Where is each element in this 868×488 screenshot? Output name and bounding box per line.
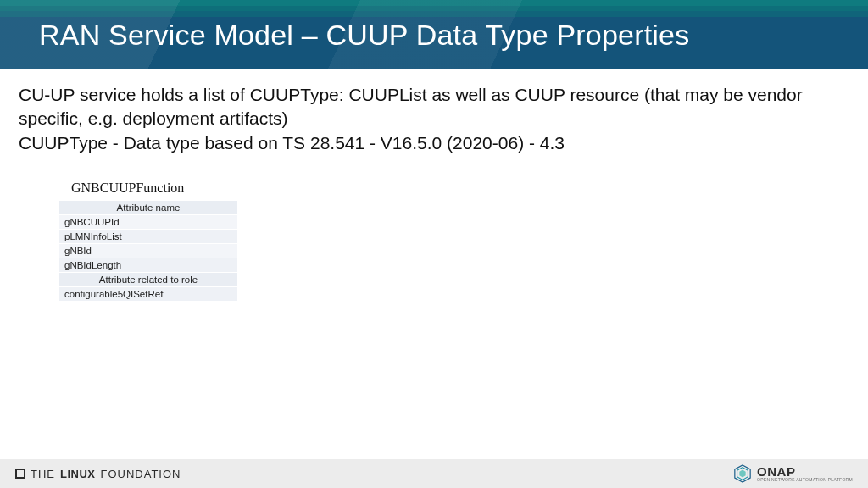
slide-header: RAN Service Model – CUUP Data Type Prope…: [0, 0, 868, 69]
table-header-attribute-name: Attribute name: [59, 201, 237, 215]
onap-text: ONAP OPEN NETWORK AUTOMATION PLATFORM: [757, 465, 853, 482]
attribute-table-container: GNBCUUPFunction Attribute name gNBCUUPId…: [59, 180, 248, 302]
onap-title: ONAP: [757, 465, 853, 478]
hexagon-icon: [733, 464, 752, 483]
table-row: gNBCUUPId: [59, 215, 237, 230]
body-paragraph-2: CUUPType - Data type based on TS 28.541 …: [19, 131, 849, 155]
lf-the: THE: [31, 468, 55, 480]
table-row: gNBId: [59, 244, 237, 258]
slide-title: RAN Service Model – CUUP Data Type Prope…: [39, 19, 689, 52]
slide-footer: THE LINUX FOUNDATION ONAP OPEN NETWORK A…: [0, 459, 868, 488]
table-row: gNBIdLength: [59, 258, 237, 273]
table-title: GNBCUUPFunction: [59, 180, 248, 196]
body-paragraph-1: CU-UP service holds a list of CUUPType: …: [19, 83, 849, 131]
onap-subtitle: OPEN NETWORK AUTOMATION PLATFORM: [757, 478, 853, 482]
lf-linux: LINUX: [60, 468, 96, 480]
table-row: configurable5QISetRef: [59, 287, 237, 302]
lf-foundation: FOUNDATION: [101, 468, 181, 480]
linux-foundation-logo: THE LINUX FOUNDATION: [15, 468, 181, 480]
slide: { "header": { "title": "RAN Service Mode…: [0, 0, 868, 488]
square-icon: [15, 469, 25, 479]
svg-marker-2: [739, 469, 745, 477]
attribute-table: Attribute name gNBCUUPId pLMNInfoList gN…: [59, 201, 237, 302]
table-header-attribute-role: Attribute related to role: [59, 273, 237, 287]
onap-logo: ONAP OPEN NETWORK AUTOMATION PLATFORM: [733, 464, 853, 483]
slide-body: CU-UP service holds a list of CUUPType: …: [0, 69, 868, 302]
table-row: pLMNInfoList: [59, 230, 237, 244]
